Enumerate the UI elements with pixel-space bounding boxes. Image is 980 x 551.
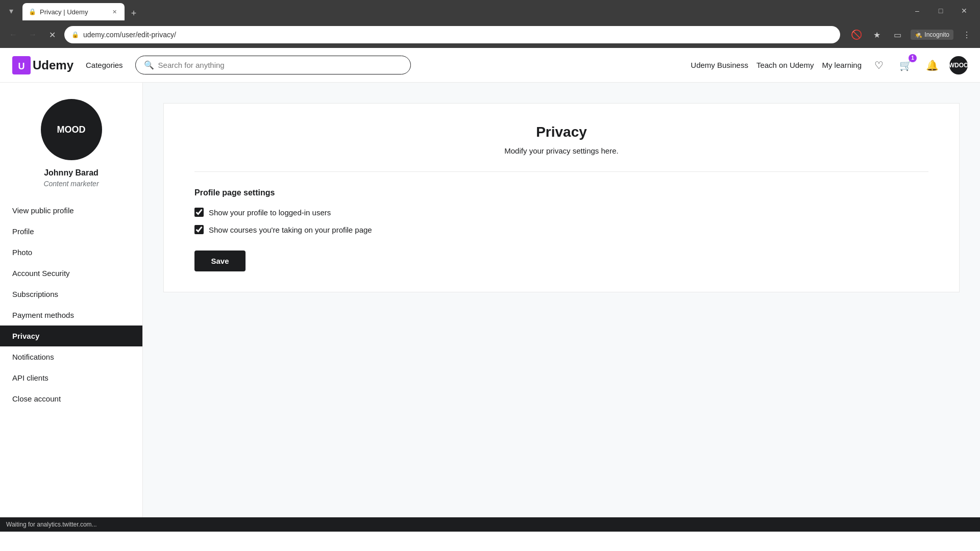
address-bar[interactable]: 🔒 udemy.com/user/edit-privacy/ bbox=[64, 26, 840, 43]
window-controls: – □ ✕ bbox=[905, 1, 976, 20]
back-btn[interactable]: ← bbox=[6, 28, 20, 42]
cart-btn[interactable]: 🛒 1 bbox=[896, 56, 915, 74]
avatar-btn[interactable]: WDOO bbox=[949, 56, 968, 74]
categories-link[interactable]: Categories bbox=[82, 61, 127, 69]
maximize-btn[interactable]: □ bbox=[929, 1, 952, 20]
sidebar-item-subscriptions[interactable]: Subscriptions bbox=[0, 284, 142, 305]
checkbox-show-courses-label: Show courses you're taking on your profi… bbox=[209, 226, 372, 234]
sidebar-user-title: Content marketer bbox=[43, 180, 99, 188]
content-area: Privacy Modify your privacy settings her… bbox=[163, 103, 960, 292]
sidebar-avatar-text: MOOD bbox=[57, 124, 86, 135]
site-header: U Udemy Categories 🔍 Udemy Business Teac… bbox=[0, 48, 980, 83]
bell-icon: 🔔 bbox=[926, 59, 939, 71]
sidebar-item-payment-methods[interactable]: Payment methods bbox=[0, 305, 142, 325]
page-title: Privacy bbox=[194, 124, 928, 140]
sidebar-item-photo[interactable]: Photo bbox=[0, 242, 142, 263]
incognito-badge: 🕵 Incognito bbox=[911, 30, 953, 40]
nav-udemy-business[interactable]: Udemy Business bbox=[691, 61, 748, 69]
split-view-btn[interactable]: ▭ bbox=[890, 28, 904, 42]
tab-bar: 🔒 Privacy | Udemy ✕ + bbox=[22, 1, 901, 20]
avatar-text: WDOO bbox=[949, 62, 968, 69]
lock-icon: 🔒 bbox=[71, 31, 79, 38]
wishlist-btn[interactable]: ♡ bbox=[870, 56, 888, 74]
browser-actions: 🚫 ★ ▭ 🕵 Incognito ⋮ bbox=[849, 28, 974, 42]
save-button[interactable]: Save bbox=[194, 251, 246, 271]
search-icon: 🔍 bbox=[144, 60, 154, 70]
browser-navbar: ← → ✕ 🔒 udemy.com/user/edit-privacy/ 🚫 ★… bbox=[0, 21, 980, 48]
page-subtitle: Modify your privacy settings here. bbox=[194, 146, 928, 155]
sidebar-item-account-security[interactable]: Account Security bbox=[0, 263, 142, 284]
tab-favicon: 🔒 bbox=[29, 8, 36, 15]
sidebar-item-notifications[interactable]: Notifications bbox=[0, 346, 142, 367]
heart-icon: ♡ bbox=[874, 59, 884, 71]
more-btn[interactable]: ⋮ bbox=[960, 28, 974, 42]
tab-close-btn[interactable]: ✕ bbox=[110, 8, 118, 16]
browser-window: ▾ 🔒 Privacy | Udemy ✕ + – □ ✕ ← → ✕ 🔒 ud… bbox=[0, 0, 980, 532]
reload-btn[interactable]: ✕ bbox=[45, 28, 59, 42]
notifications-btn[interactable]: 🔔 bbox=[923, 56, 941, 74]
url-text: udemy.com/user/edit-privacy/ bbox=[83, 31, 176, 39]
svg-text:U: U bbox=[18, 61, 25, 71]
active-tab[interactable]: 🔒 Privacy | Udemy ✕ bbox=[22, 3, 125, 20]
header-nav: Udemy Business Teach on Udemy My learnin… bbox=[691, 56, 968, 74]
sidebar-item-profile[interactable]: Profile bbox=[0, 221, 142, 242]
minimize-btn[interactable]: – bbox=[905, 1, 929, 20]
sidebar-item-close-account[interactable]: Close account bbox=[0, 388, 142, 409]
status-text: Waiting for analytics.twitter.com... bbox=[6, 521, 97, 528]
checkbox-show-profile-label: Show your profile to logged-in users bbox=[209, 208, 331, 217]
close-btn[interactable]: ✕ bbox=[952, 1, 976, 20]
search-input[interactable] bbox=[158, 61, 402, 69]
checkbox-show-courses-input[interactable] bbox=[194, 225, 204, 234]
bookmark-btn[interactable]: ★ bbox=[870, 28, 884, 42]
forward-btn[interactable]: → bbox=[26, 28, 40, 42]
udemy-logo[interactable]: U Udemy bbox=[12, 56, 74, 74]
incognito-eye-btn[interactable]: 🚫 bbox=[849, 28, 864, 42]
sidebar-nav: View public profile Profile Photo Accoun… bbox=[0, 200, 142, 409]
divider bbox=[194, 171, 928, 172]
sidebar-user-name: Johnny Barad bbox=[44, 168, 99, 178]
sidebar-item-view-public-profile[interactable]: View public profile bbox=[0, 200, 142, 221]
status-bar: Waiting for analytics.twitter.com... bbox=[0, 517, 980, 532]
sidebar: MOOD Johnny Barad Content marketer View … bbox=[0, 83, 143, 517]
checkbox-show-courses[interactable]: Show courses you're taking on your profi… bbox=[194, 225, 928, 234]
udemy-logo-icon: U bbox=[12, 56, 31, 74]
sidebar-item-privacy[interactable]: Privacy bbox=[0, 325, 142, 346]
checkbox-show-profile-input[interactable] bbox=[194, 208, 204, 217]
checkbox-group: Show your profile to logged-in users Sho… bbox=[194, 208, 928, 234]
tab-title: Privacy | Udemy bbox=[40, 8, 88, 16]
search-bar[interactable]: 🔍 bbox=[135, 56, 411, 74]
nav-my-learning[interactable]: My learning bbox=[822, 61, 862, 69]
cart-badge: 1 bbox=[909, 54, 917, 62]
sidebar-avatar: MOOD bbox=[41, 99, 102, 160]
checkbox-show-profile[interactable]: Show your profile to logged-in users bbox=[194, 208, 928, 217]
incognito-label: Incognito bbox=[924, 31, 949, 38]
section-title: Profile page settings bbox=[194, 188, 928, 197]
main-content: MOOD Johnny Barad Content marketer View … bbox=[0, 83, 980, 517]
logo-text: Udemy bbox=[33, 58, 74, 72]
browser-titlebar: ▾ 🔒 Privacy | Udemy ✕ + – □ ✕ bbox=[0, 0, 980, 21]
sidebar-item-api-clients[interactable]: API clients bbox=[0, 367, 142, 388]
incognito-icon: 🕵 bbox=[915, 31, 922, 38]
new-tab-btn[interactable]: + bbox=[127, 6, 141, 20]
profile-btn[interactable]: ▾ bbox=[4, 4, 18, 18]
nav-teach[interactable]: Teach on Udemy bbox=[756, 61, 814, 69]
